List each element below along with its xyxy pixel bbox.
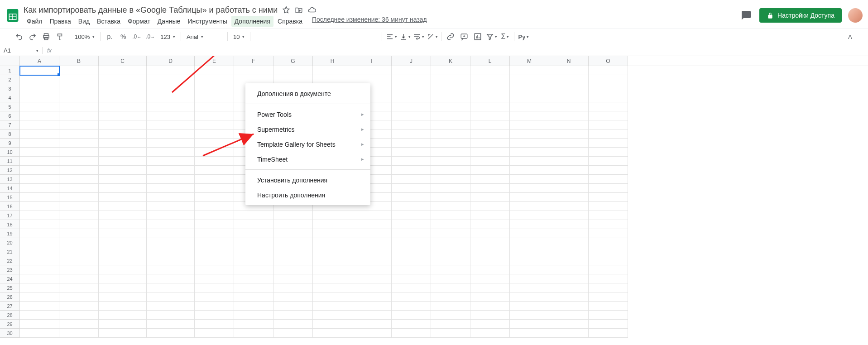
cell[interactable]: [59, 166, 99, 175]
cell[interactable]: [510, 211, 549, 220]
filter-icon[interactable]: ▾: [485, 31, 498, 43]
cell[interactable]: [20, 329, 59, 338]
cell[interactable]: [431, 329, 470, 338]
menu-view[interactable]: Вид: [75, 16, 93, 27]
addons-item-timesheet[interactable]: TimeSheet: [245, 152, 370, 167]
cell[interactable]: [234, 302, 273, 311]
cell[interactable]: [470, 302, 510, 311]
cell[interactable]: [431, 175, 470, 184]
cell[interactable]: [273, 229, 313, 238]
input-tools-icon[interactable]: Ру▾: [517, 31, 530, 43]
cell[interactable]: [59, 202, 99, 211]
cell[interactable]: [589, 311, 628, 320]
cell[interactable]: [147, 166, 195, 175]
cell[interactable]: [510, 193, 549, 202]
row-header[interactable]: 11: [0, 157, 20, 166]
cell[interactable]: [470, 148, 510, 157]
select-all-corner[interactable]: [0, 56, 20, 66]
cell[interactable]: [234, 75, 273, 84]
cell[interactable]: [510, 247, 549, 256]
avatar[interactable]: [848, 8, 863, 23]
cell[interactable]: [589, 329, 628, 338]
cell[interactable]: [549, 166, 589, 175]
cell[interactable]: [392, 274, 431, 283]
cell[interactable]: [431, 93, 470, 102]
cell[interactable]: [392, 111, 431, 120]
cell[interactable]: [510, 157, 549, 166]
cell[interactable]: [392, 247, 431, 256]
row-header[interactable]: 20: [0, 238, 20, 247]
cell[interactable]: [99, 120, 147, 129]
cell[interactable]: [392, 265, 431, 274]
cell[interactable]: [273, 274, 313, 283]
cell[interactable]: [431, 247, 470, 256]
row-header[interactable]: 4: [0, 93, 20, 102]
cell[interactable]: [549, 274, 589, 283]
cell[interactable]: [510, 139, 549, 148]
cell[interactable]: [352, 66, 392, 75]
cell[interactable]: [392, 311, 431, 320]
cell[interactable]: [99, 265, 147, 274]
cell[interactable]: [273, 283, 313, 292]
cell[interactable]: [147, 211, 195, 220]
cell[interactable]: [352, 302, 392, 311]
cell[interactable]: [59, 193, 99, 202]
cell[interactable]: [510, 148, 549, 157]
cell[interactable]: [352, 75, 392, 84]
cell[interactable]: [59, 320, 99, 329]
cell[interactable]: [147, 302, 195, 311]
row-header[interactable]: 17: [0, 211, 20, 220]
menu-tools[interactable]: Инструменты: [184, 16, 230, 27]
cell[interactable]: [392, 129, 431, 139]
cell[interactable]: [510, 265, 549, 274]
cell[interactable]: [510, 102, 549, 111]
insert-link-icon[interactable]: [444, 31, 457, 43]
cell[interactable]: [313, 292, 352, 302]
cell[interactable]: [147, 93, 195, 102]
cell[interactable]: [470, 75, 510, 84]
cell[interactable]: [59, 274, 99, 283]
cell[interactable]: [392, 329, 431, 338]
cell[interactable]: [195, 148, 234, 157]
cell[interactable]: [195, 129, 234, 139]
cell[interactable]: [59, 84, 99, 93]
cell[interactable]: [99, 283, 147, 292]
row-header[interactable]: 19: [0, 229, 20, 238]
cell[interactable]: [549, 329, 589, 338]
cell[interactable]: [20, 139, 59, 148]
cell[interactable]: [431, 193, 470, 202]
cell[interactable]: [147, 256, 195, 265]
cell[interactable]: [59, 256, 99, 265]
cell[interactable]: [392, 229, 431, 238]
cell[interactable]: [195, 256, 234, 265]
cell[interactable]: [195, 84, 234, 93]
cell[interactable]: [20, 320, 59, 329]
cell[interactable]: [195, 175, 234, 184]
cell[interactable]: [195, 193, 234, 202]
cell[interactable]: [352, 320, 392, 329]
cell[interactable]: [352, 238, 392, 247]
cell[interactable]: [99, 102, 147, 111]
cell[interactable]: [273, 302, 313, 311]
cell[interactable]: [195, 247, 234, 256]
align-vertical-icon[interactable]: ▾: [398, 31, 411, 43]
cell[interactable]: [234, 247, 273, 256]
cell[interactable]: [510, 238, 549, 247]
cell[interactable]: [510, 129, 549, 139]
cell[interactable]: [99, 75, 147, 84]
cell[interactable]: [392, 256, 431, 265]
cell[interactable]: [549, 175, 589, 184]
cell[interactable]: [273, 292, 313, 302]
cell[interactable]: [431, 139, 470, 148]
cell[interactable]: [352, 274, 392, 283]
cell[interactable]: [589, 111, 628, 120]
cell[interactable]: [589, 292, 628, 302]
cell[interactable]: [510, 256, 549, 265]
row-header[interactable]: 25: [0, 283, 20, 292]
cell[interactable]: [510, 120, 549, 129]
cell[interactable]: [99, 157, 147, 166]
cell[interactable]: [273, 238, 313, 247]
cell[interactable]: [195, 66, 234, 75]
cell[interactable]: [470, 93, 510, 102]
row-header[interactable]: 22: [0, 256, 20, 265]
